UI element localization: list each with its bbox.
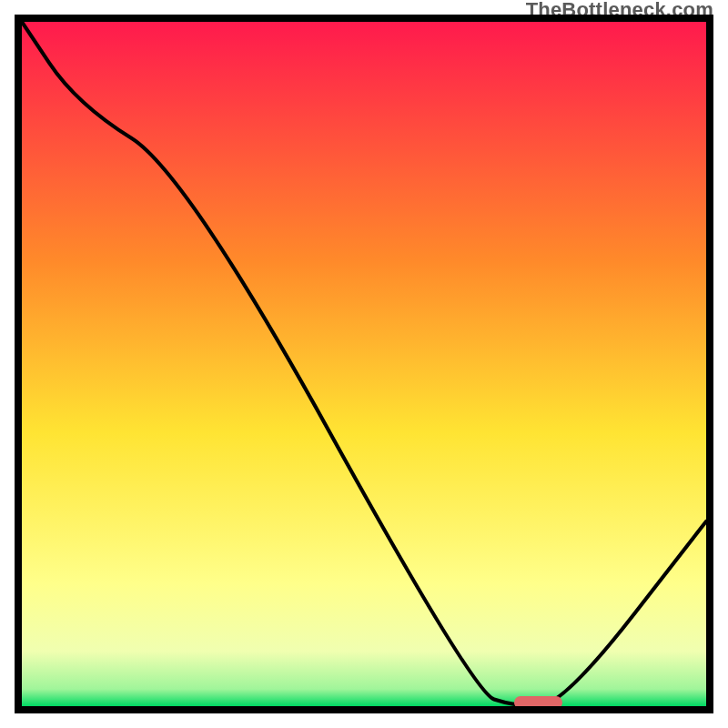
bottleneck-chart: TheBottleneck.com [0, 0, 728, 728]
optimal-range-marker [514, 696, 562, 709]
bottleneck-curve [22, 22, 706, 706]
plot-area [15, 15, 713, 713]
